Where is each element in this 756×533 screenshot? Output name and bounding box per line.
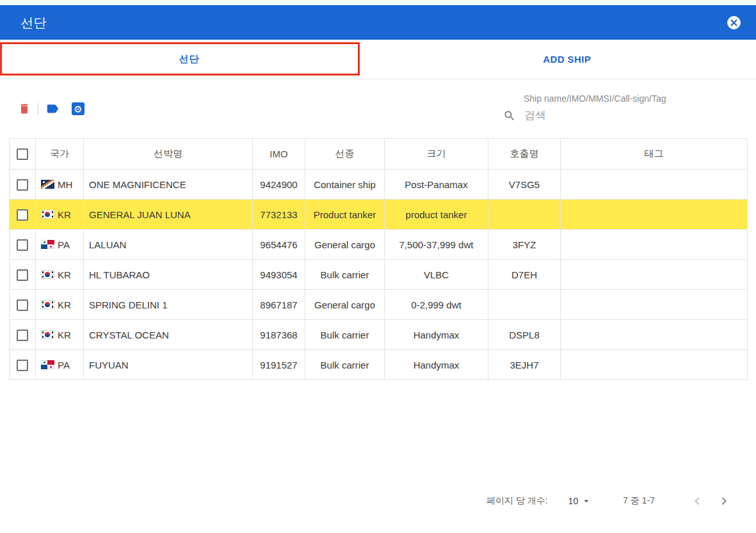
- per-page-label: 페이지 당 개수:: [487, 495, 548, 507]
- country-code: MH: [58, 179, 72, 190]
- row-checkbox[interactable]: [17, 269, 28, 281]
- table-row[interactable]: PA LALUAN 9654476 General cargo 7,500-37…: [10, 230, 748, 260]
- background-map-strip: [0, 0, 756, 5]
- close-button[interactable]: [726, 15, 742, 31]
- dialog-header: 선단: [0, 5, 756, 40]
- callsign-cell: DSPL8: [488, 320, 561, 350]
- country-code: KR: [58, 209, 71, 220]
- dropdown-caret-icon: [581, 495, 592, 507]
- fleet-table: 국가 선박명 IMO 선종 크기 호출명 태그 MH ONE MAGNIFICE…: [9, 138, 748, 380]
- flag-icon: [41, 330, 54, 339]
- gear-icon: ⚙: [72, 102, 84, 115]
- country-code: PA: [58, 360, 70, 370]
- tag-cell: [561, 350, 748, 380]
- tab-bar: 선단 ADD SHIP: [0, 40, 756, 79]
- ship-type-cell: Product tanker: [305, 200, 385, 230]
- search-placeholder: 검색: [524, 108, 546, 123]
- ship-name-cell: CRYSTAL OCEAN: [84, 320, 253, 350]
- imo-cell: 9493054: [253, 260, 305, 290]
- row-checkbox[interactable]: [17, 330, 28, 341]
- tag-cell: [561, 260, 748, 290]
- ship-type-cell: General cargo: [305, 290, 385, 320]
- flag-icon: [41, 210, 54, 219]
- flag-icon: [41, 360, 54, 369]
- tag-button[interactable]: [45, 102, 60, 116]
- table-row[interactable]: KR HL TUBARAO 9493054 Bulk carrier VLBC …: [10, 260, 748, 290]
- callsign-cell: [488, 290, 561, 320]
- row-checkbox[interactable]: [17, 209, 28, 221]
- country-code: PA: [58, 239, 70, 250]
- tag-icon: [45, 102, 60, 116]
- table-row[interactable]: KR CRYSTAL OCEAN 9187368 Bulk carrier Ha…: [10, 320, 748, 350]
- imo-cell: 8967187: [253, 290, 305, 320]
- ship-type-cell: Bulk carrier: [305, 350, 385, 380]
- column-header-name: 선박명: [84, 139, 253, 170]
- imo-cell: 9187368: [253, 320, 305, 350]
- table-row[interactable]: KR SPRING DELINI 1 8967187 General cargo…: [10, 290, 748, 320]
- row-checkbox[interactable]: [17, 179, 28, 191]
- table-row[interactable]: PA FUYUAN 9191527 Bulk carrier Handymax …: [10, 350, 748, 380]
- size-cell: Post-Panamax: [385, 170, 488, 200]
- pagination-range: 7 중 1-7: [623, 495, 655, 507]
- per-page-value: 10: [568, 496, 579, 506]
- size-cell: 0-2,999 dwt: [385, 290, 488, 320]
- imo-cell: 9654476: [253, 230, 305, 260]
- tag-cell: [561, 320, 748, 350]
- column-header-callsign: 호출명: [488, 139, 561, 170]
- imo-cell: 9191527: [253, 350, 305, 380]
- callsign-cell: 3FYZ: [488, 230, 561, 260]
- flag-icon: [41, 180, 54, 189]
- delete-button[interactable]: [18, 102, 31, 115]
- size-cell: 7,500-37,999 dwt: [385, 230, 488, 260]
- row-checkbox[interactable]: [17, 239, 28, 251]
- flag-icon: [41, 270, 54, 279]
- size-cell: VLBC: [385, 260, 488, 290]
- tab-fleet[interactable]: 선단: [0, 40, 378, 79]
- column-header-size: 크기: [385, 139, 488, 170]
- ship-name-cell: FUYUAN: [84, 350, 253, 380]
- callsign-cell: V7SG5: [488, 170, 561, 200]
- size-cell: Handymax: [385, 350, 488, 380]
- tag-cell: [561, 230, 748, 260]
- ship-name-cell: HL TUBARAO: [84, 260, 253, 290]
- toolbar-divider: [38, 103, 38, 115]
- ship-type-cell: General cargo: [305, 230, 385, 260]
- tab-add-ship[interactable]: ADD SHIP: [378, 40, 756, 79]
- imo-cell: 9424900: [253, 170, 305, 200]
- ship-type-cell: Container ship: [305, 170, 385, 200]
- close-icon: [726, 15, 742, 31]
- table-header-row: 국가 선박명 IMO 선종 크기 호출명 태그: [10, 139, 748, 170]
- trash-icon: [18, 102, 31, 115]
- tag-cell: [561, 200, 748, 230]
- table-row[interactable]: MH ONE MAGNIFICENCE 9424900 Container sh…: [10, 170, 748, 200]
- pagination: 페이지 당 개수: 10 7 중 1-7: [487, 489, 732, 513]
- imo-cell: 7732133: [253, 200, 305, 230]
- table-row[interactable]: KR GENERAL JUAN LUNA 7732133 Product tan…: [10, 200, 748, 230]
- chevron-right-icon: [716, 493, 732, 509]
- column-header-imo: IMO: [253, 139, 305, 170]
- previous-page-button[interactable]: [689, 493, 705, 509]
- select-all-checkbox[interactable]: [17, 148, 28, 160]
- column-header-type: 선종: [305, 139, 385, 170]
- dialog-title: 선단: [20, 14, 47, 31]
- row-checkbox[interactable]: [17, 299, 28, 311]
- search-input[interactable]: Ship name/IMO/MMSI/Call-sign/Tag 검색: [503, 93, 747, 123]
- country-code: KR: [58, 299, 71, 310]
- ship-name-cell: SPRING DELINI 1: [84, 290, 253, 320]
- ship-name-cell: ONE MAGNIFICENCE: [84, 170, 253, 200]
- size-cell: product tanker: [385, 200, 488, 230]
- tag-cell: [561, 290, 748, 320]
- ship-name-cell: LALUAN: [84, 230, 253, 260]
- row-checkbox[interactable]: [17, 360, 28, 371]
- size-cell: Handymax: [385, 320, 488, 350]
- callsign-cell: 3EJH7: [488, 350, 561, 380]
- chevron-left-icon: [689, 493, 705, 509]
- settings-button[interactable]: ⚙: [72, 102, 84, 115]
- per-page-select[interactable]: 10: [565, 495, 597, 507]
- ship-type-cell: Bulk carrier: [305, 260, 385, 290]
- ship-type-cell: Bulk carrier: [305, 320, 385, 350]
- next-page-button[interactable]: [716, 493, 732, 509]
- search-icon: [503, 109, 516, 122]
- column-header-tag: 태그: [561, 139, 748, 170]
- callsign-cell: D7EH: [488, 260, 561, 290]
